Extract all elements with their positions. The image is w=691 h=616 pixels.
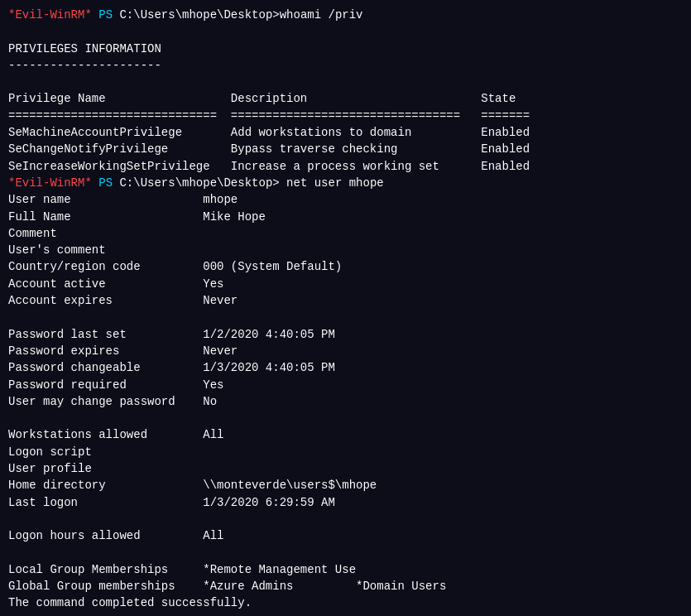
terminal-field-multi-line: Global Group memberships *Azure Admins *… [8,578,683,594]
prompt-path: C:\Users\mhope\Desktop> [113,7,280,23]
terminal-cols-line: SeChangeNotifyPrivilege Bypass traverse … [8,141,683,157]
prompt-command: whoami /priv [280,7,363,23]
terminal-field-line: Local Group Memberships *Remote Manageme… [8,561,683,578]
terminal-field-line: User profile [8,460,683,477]
terminal-field-line: Account expires Never [8,292,683,309]
prompt-path: C:\Users\mhope\Desktop> [113,175,280,191]
prompt-evil-winrm: *Evil-WinRM* [8,175,92,191]
terminal-field-line: Account active Yes [8,276,683,292]
terminal-window: *Evil-WinRM* PS C:\Users\mhope\Desktop>w… [0,0,691,616]
prompt-evil-winrm: *Evil-WinRM* [8,7,92,23]
terminal-blank-line [8,410,683,426]
prompt-command: net user mhope [280,175,384,191]
terminal-text-line: The command completed successfully. [8,594,683,611]
terminal-prompt-line: *Evil-WinRM* PS C:\Users\mhope\Desktop>w… [8,7,683,23]
terminal-text-line: ---------------------- [8,57,683,74]
terminal-field-line: Workstations allowed All [8,426,683,443]
terminal-field-line: Password changeable 1/3/2020 4:40:05 PM [8,359,683,376]
terminal-field-line: Password expires Never [8,343,683,359]
terminal-blank-line [8,309,683,325]
terminal-cols-line: ============================== =========… [8,108,683,124]
terminal-field-line: User name mhope [8,191,683,208]
prompt-ps: PS [92,7,113,23]
terminal-field-line: Logon hours allowed All [8,527,683,544]
terminal-field-line: Logon script [8,444,683,460]
terminal-field-line: Comment [8,225,683,242]
terminal-text-line: PRIVILEGES INFORMATION [8,41,683,57]
terminal-field-line: Password last set 1/2/2020 4:40:05 PM [8,326,683,343]
terminal-blank-line [8,74,683,90]
terminal-field-line: Last logon 1/3/2020 6:29:59 AM [8,494,683,511]
terminal-field-line: Password required Yes [8,377,683,393]
terminal-field-line: Country/region code 000 (System Default) [8,258,683,275]
terminal-cols-line: SeMachineAccountPrivilege Add workstatio… [8,124,683,141]
terminal-blank-line [8,511,683,527]
terminal-field-line: Home directory \\monteverde\users$\mhope [8,477,683,493]
terminal-blank-line [8,545,683,561]
terminal-blank-line [8,23,683,40]
terminal-prompt-line: *Evil-WinRM* PS C:\Users\mhope\Desktop> … [8,175,683,191]
terminal-field-line: User may change password No [8,393,683,410]
prompt-ps: PS [92,175,113,191]
terminal-field-line: User's comment [8,242,683,258]
terminal-cols-long-line: SeIncreaseWorkingSetPrivilege Increase a… [8,158,683,175]
terminal-cols-line: Privilege Name Description State [8,90,683,107]
terminal-field-line: Full Name Mike Hope [8,209,683,225]
